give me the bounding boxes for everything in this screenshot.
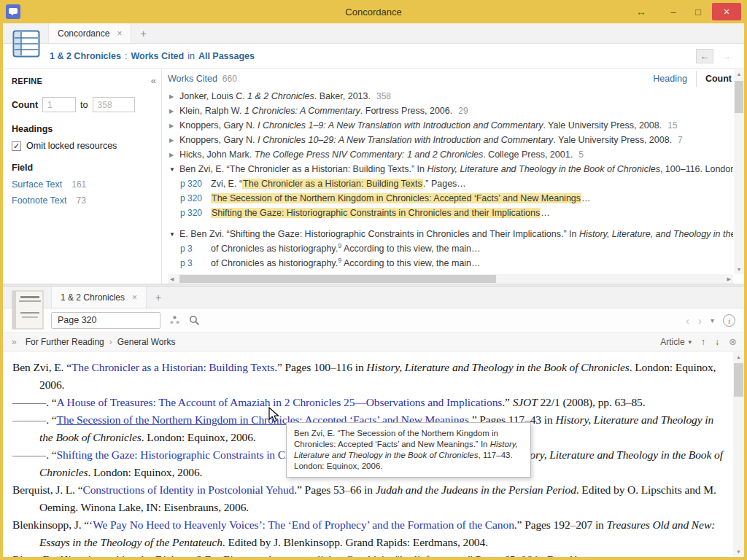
field-filter-link[interactable]: Surface Text — [12, 179, 62, 190]
field-filter-link[interactable]: Footnote Text — [12, 195, 67, 206]
previous-article-icon[interactable]: ↑ — [701, 337, 705, 347]
scroll-left-icon[interactable]: ◀ — [170, 274, 174, 284]
collapse-icon[interactable]: ▼ — [168, 166, 179, 173]
maximize-button[interactable]: □ — [687, 3, 709, 20]
next-article-icon[interactable]: ↓ — [715, 337, 719, 347]
text-segment: E. Ben Zvi. “Shifting the Gaze: Historio… — [179, 229, 579, 239]
expand-icon[interactable]: ▶ — [168, 93, 179, 100]
v-scrollbar-thumb[interactable] — [734, 363, 743, 397]
history-back-button[interactable]: ← — [696, 49, 713, 63]
results-total-count: 660 — [222, 74, 237, 84]
sort-by-count-button[interactable]: Count — [696, 71, 733, 87]
page-link[interactable]: p 3 — [180, 258, 211, 268]
vertical-scrollbar[interactable]: ▲ ▼ — [733, 352, 744, 557]
collapse-sidebar-icon[interactable]: « — [151, 75, 156, 86]
row-count: 15 — [667, 120, 677, 131]
vertical-scrollbar[interactable]: ▲ ▼ — [734, 69, 744, 274]
count-to-input[interactable] — [93, 97, 135, 112]
collapse-icon[interactable]: ▼ — [168, 231, 179, 238]
info-icon[interactable]: i — [723, 314, 735, 327]
row-text: Ben Zvi, E. “The Chronicler as a Histori… — [179, 164, 733, 174]
locator-menu-icon[interactable]: » — [12, 337, 17, 347]
horizontal-scrollbar[interactable]: ◀ ▶ — [168, 274, 733, 284]
history-forward-button[interactable]: → — [718, 49, 735, 63]
tab-close-icon[interactable]: × — [132, 292, 137, 303]
results-panel: Works Cited 660 Heading Count ▶Jonker, L… — [162, 69, 744, 284]
result-subrow[interactable]: p 3of Chronicles as historiography.9 Acc… — [168, 241, 733, 256]
result-subrow[interactable]: p 3of Chronicles as historiography.9 Acc… — [168, 256, 733, 271]
field-list: Surface Text161Footnote Text73 — [12, 179, 152, 206]
forward-icon[interactable]: › — [698, 314, 702, 327]
citation-link[interactable]: The Chronicler as a Historian: Building … — [71, 361, 274, 373]
page-link[interactable]: p 3 — [180, 244, 211, 254]
citation-link[interactable]: ‘We Pay No Heed to Heavenly Voices’: The… — [89, 518, 514, 531]
row-text: Klein, Ralph W. 1 Chronicles: A Commenta… — [179, 106, 452, 116]
page-link[interactable]: p 320 — [180, 208, 211, 218]
new-tab-button[interactable]: + — [147, 287, 170, 308]
new-tab-button[interactable]: + — [131, 23, 155, 43]
concordance-breadcrumb: 1 & 2 Chronicles:Works CitedinAll Passag… — [50, 51, 255, 61]
results-title[interactable]: Works Cited — [168, 74, 217, 84]
result-row[interactable]: ▼Ben Zvi, E. “The Chronicler as a Histor… — [168, 162, 733, 176]
to-label: to — [80, 100, 88, 110]
text-segment: Judah and the Judeans in the Persian Per… — [376, 483, 576, 496]
breadcrumb-link[interactable]: All Passages — [198, 51, 255, 61]
expand-icon[interactable]: ▶ — [168, 122, 179, 129]
headings-section-label: Headings — [12, 124, 152, 134]
result-row[interactable]: ▶Klein, Ralph W. 1 Chronicles: A Comment… — [168, 104, 733, 118]
result-subrow[interactable]: p 320Shifting the Gaze: Historiographic … — [168, 206, 733, 220]
result-row[interactable]: ▶Knoppers, Gary N. I Chronicles 10–29: A… — [168, 133, 733, 147]
breadcrumb-link[interactable]: 1 & 2 Chronicles — [50, 51, 121, 61]
omit-locked-option[interactable]: ✓ Omit locked resources — [12, 141, 152, 151]
text-segment: . Fortress Press, 2006. — [360, 106, 452, 116]
page-link[interactable]: p 320 — [180, 179, 211, 189]
float-window-icon[interactable]: ↔ — [636, 6, 646, 18]
citation-link[interactable]: Constructions of Identity in Postcolonia… — [82, 483, 294, 496]
bibliography-entry: ———. “A House of Treasures: The Account … — [12, 394, 726, 411]
text-segment: . Edited by J. Blenkinsopp. Grand Rapids… — [222, 536, 488, 548]
result-row[interactable]: ▶Hicks, John Mark. The College Press NIV… — [168, 147, 733, 162]
text-segment: Berquist, J. L. “ — [12, 483, 82, 496]
tab-book[interactable]: 1 & 2 Chronicles × — [51, 287, 147, 308]
article-dropdown[interactable]: Article ▾ — [660, 337, 692, 347]
close-button[interactable]: × — [712, 3, 741, 20]
history-dropdown-icon[interactable]: ▾ — [711, 316, 714, 324]
page-reference-input[interactable] — [51, 312, 160, 329]
page-link[interactable]: p 320 — [180, 193, 211, 203]
result-subrow[interactable]: p 320Zvi, E. “The Chronicler as a Histor… — [168, 176, 733, 191]
locator-crumb[interactable]: General Works — [117, 337, 176, 347]
concordance-tabbar: Concordance × + — [3, 23, 744, 44]
locator-crumb[interactable]: For Further Reading — [26, 337, 104, 347]
result-row[interactable]: ▶Jonker, Louis C. 1 & 2 Chronicles. Bake… — [168, 89, 733, 104]
scroll-down-icon[interactable]: ▼ — [733, 547, 744, 556]
breadcrumb-connector: in — [187, 51, 195, 61]
result-row[interactable]: ▶Knoppers, Gary N. I Chronicles 1–9: A N… — [168, 118, 733, 133]
scroll-up-icon[interactable]: ▲ — [733, 352, 744, 362]
scroll-down-icon[interactable]: ▼ — [734, 265, 744, 274]
back-icon[interactable]: ‹ — [686, 314, 689, 327]
search-icon[interactable] — [189, 315, 200, 326]
visual-filters-icon[interactable] — [169, 315, 180, 325]
tab-close-icon[interactable]: × — [117, 28, 122, 39]
text-segment: Knoppers, Gary N. — [179, 135, 258, 145]
count-from-input[interactable] — [42, 97, 76, 112]
result-subrow[interactable]: p 320The Secession of the Northern Kingd… — [168, 191, 733, 206]
concordance-panel: Concordance × + 1 & 2 Chronicles:Works C… — [3, 23, 744, 284]
v-scrollbar-thumb[interactable] — [735, 81, 743, 113]
expand-icon[interactable]: ▶ — [168, 152, 179, 158]
h-scrollbar-thumb[interactable] — [179, 275, 496, 283]
scroll-up-icon[interactable]: ▲ — [734, 69, 744, 79]
sort-by-heading-button[interactable]: Heading — [644, 71, 696, 87]
close-locator-icon[interactable]: ⊗ — [729, 336, 737, 347]
result-row[interactable]: ▼E. Ben Zvi. “Shifting the Gaze: Histori… — [168, 227, 733, 241]
locator-bar: » For Further Reading›General Works Arti… — [3, 332, 744, 351]
minimize-button[interactable]: – — [662, 3, 684, 20]
text-segment: Knoppers, Gary N. — [179, 120, 258, 131]
breadcrumb-link[interactable]: Works Cited — [131, 51, 184, 61]
expand-icon[interactable]: ▶ — [168, 137, 179, 144]
expand-icon[interactable]: ▶ — [168, 108, 179, 114]
titlebar[interactable]: Concordance ↔ – □ × — [0, 0, 747, 23]
tab-concordance[interactable]: Concordance × — [48, 23, 131, 43]
checkbox-checked-icon[interactable]: ✓ — [12, 141, 21, 151]
scroll-right-icon[interactable]: ▶ — [727, 274, 731, 284]
